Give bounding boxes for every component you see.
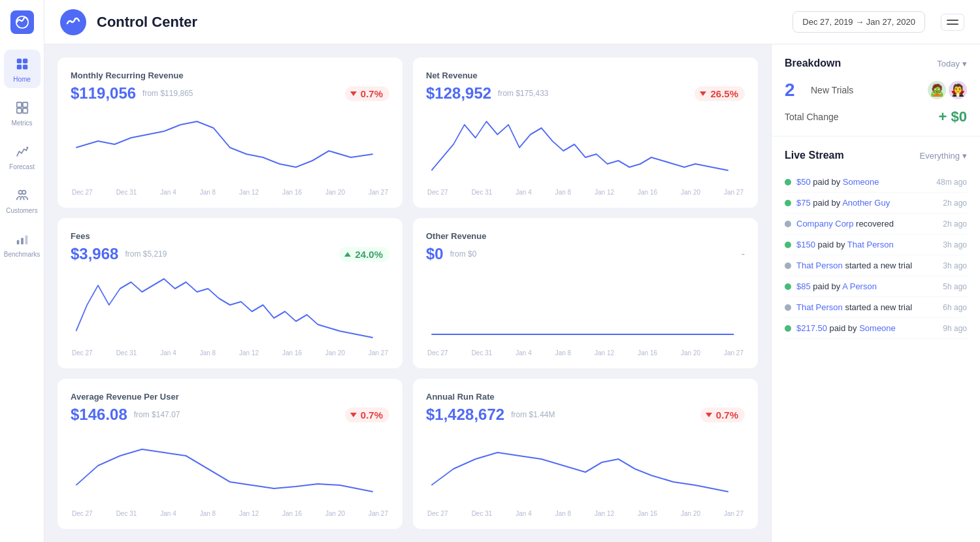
stream-time-6: 5h ago — [943, 282, 967, 291]
avatar-2: 🧛 — [949, 81, 967, 99]
stream-item-5: That Person started a new trial 3h ago — [785, 255, 967, 276]
breakdown-trials-label: New Trials — [811, 85, 921, 95]
svg-rect-7 — [16, 108, 21, 113]
card-arpu-value: $146.08 — [71, 406, 127, 424]
card-net-value: $128,952 — [426, 84, 491, 103]
chevron-down-icon-stream: ▾ — [962, 151, 967, 161]
stream-amount-1[interactable]: $50 — [796, 177, 811, 187]
content-area: Monthly Recurring Revenue $119,056 from … — [44, 44, 980, 542]
sidebar-item-benchmarks[interactable]: Benchmarks — [4, 225, 41, 263]
stream-amount-8[interactable]: $217.50 — [796, 323, 827, 333]
card-net-x-labels: Dec 27 Dec 31 Jan 4 Jan 8 Jan 12 Jan 16 … — [426, 189, 745, 196]
today-dropdown[interactable]: Today ▾ — [937, 59, 967, 69]
livestream-title: Live Stream — [785, 150, 844, 161]
stream-dot-8 — [785, 325, 791, 332]
stream-text-6: $85 paid by A Person — [796, 281, 938, 291]
card-net-change: 26.5% — [694, 86, 745, 101]
svg-point-0 — [16, 16, 27, 28]
arrow-down-icon-arpu — [350, 413, 357, 417]
stream-amount-6[interactable]: $85 — [796, 281, 811, 291]
sidebar-item-customers-label: Customers — [6, 207, 37, 214]
stream-who-5[interactable]: That Person — [796, 261, 843, 270]
card-net: Net Revenue $128,952 from $175,433 26.5%… — [413, 57, 758, 208]
date-range-picker[interactable]: Dec 27, 2019 → Jan 27, 2020 — [792, 11, 925, 33]
card-arr-x-labels: Dec 27 Dec 31 Jan 4 Jan 8 Jan 12 Jan 16 … — [426, 510, 745, 517]
page-title: Control Center — [97, 14, 782, 31]
stream-text-4: $150 paid by That Person — [796, 240, 938, 249]
sidebar-item-forecast[interactable]: Forecast — [4, 137, 41, 176]
stream-amount-2[interactable]: $75 — [796, 198, 811, 208]
card-mrr-chart: Dec 27 Dec 31 Jan 4 Jan 8 Jan 12 Jan 16 … — [71, 112, 389, 200]
stream-item-3: Company Corp recovered 2h ago — [785, 214, 967, 234]
livestream-section: Live Stream Everything ▾ $50 paid by Som… — [772, 136, 980, 542]
breakdown-trials-count: 2 — [785, 80, 804, 101]
card-arpu-x-labels: Dec 27 Dec 31 Jan 4 Jan 8 Jan 12 Jan 16 … — [71, 510, 389, 517]
sidebar-item-metrics-label: Metrics — [11, 120, 32, 127]
stream-dot-4 — [785, 242, 791, 248]
svg-rect-8 — [22, 108, 27, 113]
stream-who-2[interactable]: Another Guy — [842, 198, 890, 208]
home-icon — [13, 55, 31, 73]
svg-rect-2 — [22, 59, 27, 63]
card-net-from: from $175,433 — [498, 89, 548, 98]
avatar-group: 🧟 🧛 — [928, 81, 967, 99]
total-change-value: + $0 — [939, 108, 967, 125]
stream-time-5: 3h ago — [943, 261, 967, 270]
card-other-value: $0 — [426, 245, 444, 263]
arrow-down-icon-arr — [706, 413, 712, 417]
card-fees-title: Fees — [71, 231, 389, 241]
card-other-change: - — [742, 248, 745, 260]
card-mrr-value: $119,056 — [71, 84, 136, 103]
hamburger-line-1 — [947, 20, 958, 21]
card-arpu: Average Revenue Per User $146.08 from $1… — [57, 379, 402, 529]
arrow-up-icon-fees — [344, 252, 351, 257]
breakdown-section: Breakdown Today ▾ 2 New Trials 🧟 🧛 Tot — [772, 44, 980, 136]
card-mrr-value-row: $119,056 from $119,865 0.7% — [71, 84, 389, 103]
card-arr: Annual Run Rate $1,428,672 from $1.44M 0… — [413, 379, 758, 529]
card-other-x-labels: Dec 27 Dec 31 Jan 4 Jan 8 Jan 12 Jan 16 … — [426, 349, 745, 357]
menu-button[interactable] — [941, 14, 964, 31]
svg-rect-5 — [16, 103, 21, 107]
card-other-chart: Dec 27 Dec 31 Jan 4 Jan 8 Jan 12 Jan 16 … — [426, 272, 745, 360]
card-arpu-change: 0.7% — [345, 407, 389, 422]
stream-who-7[interactable]: That Person — [796, 302, 843, 312]
card-net-title: Net Revenue — [426, 71, 745, 80]
stream-who-6[interactable]: A Person — [842, 281, 877, 291]
card-arr-from: from $1.44M — [511, 410, 555, 419]
stream-who-4[interactable]: That Person — [847, 240, 894, 249]
stream-time-2: 2h ago — [943, 199, 967, 208]
total-change-label: Total Change — [785, 112, 939, 122]
metrics-icon — [13, 99, 31, 117]
card-fees-value: $3,968 — [71, 245, 118, 263]
stream-text-2: $75 paid by Another Guy — [796, 198, 938, 208]
sidebar-item-home[interactable]: Home — [4, 50, 41, 88]
svg-rect-12 — [21, 238, 24, 244]
stream-text-3: Company Corp recovered — [796, 219, 938, 229]
svg-rect-13 — [25, 236, 27, 245]
card-arr-change: 0.7% — [700, 407, 745, 422]
card-mrr-from: from $119,865 — [142, 89, 193, 98]
stream-dot-7 — [785, 304, 791, 311]
hamburger-line-2 — [947, 24, 958, 25]
everything-dropdown[interactable]: Everything ▾ — [920, 151, 967, 161]
breakdown-title: Breakdown — [785, 57, 841, 69]
sidebar-item-metrics[interactable]: Metrics — [4, 93, 41, 132]
avatar-1: 🧟 — [928, 81, 946, 99]
stream-amount-4[interactable]: $150 — [796, 240, 815, 249]
card-mrr-change: 0.7% — [345, 86, 389, 101]
stream-item-7: That Person started a new trial 6h ago — [785, 297, 967, 318]
svg-rect-1 — [16, 59, 21, 63]
card-fees-change: 24.0% — [339, 247, 389, 262]
sidebar-item-customers[interactable]: Customers — [4, 181, 41, 219]
card-arpu-title: Average Revenue Per User — [71, 392, 389, 402]
stream-who-1[interactable]: Someone — [843, 177, 879, 187]
svg-rect-11 — [16, 240, 19, 244]
stream-dot-6 — [785, 283, 791, 290]
card-fees-x-labels: Dec 27 Dec 31 Jan 4 Jan 8 Jan 12 Jan 16 … — [71, 349, 389, 357]
stream-who-3[interactable]: Company Corp — [796, 219, 853, 229]
stream-who-8[interactable]: Someone — [859, 323, 896, 333]
card-fees-value-row: $3,968 from $5,219 24.0% — [71, 245, 389, 263]
customers-icon — [13, 186, 31, 204]
stream-time-1: 48m ago — [936, 178, 967, 187]
stream-time-7: 6h ago — [943, 303, 967, 312]
